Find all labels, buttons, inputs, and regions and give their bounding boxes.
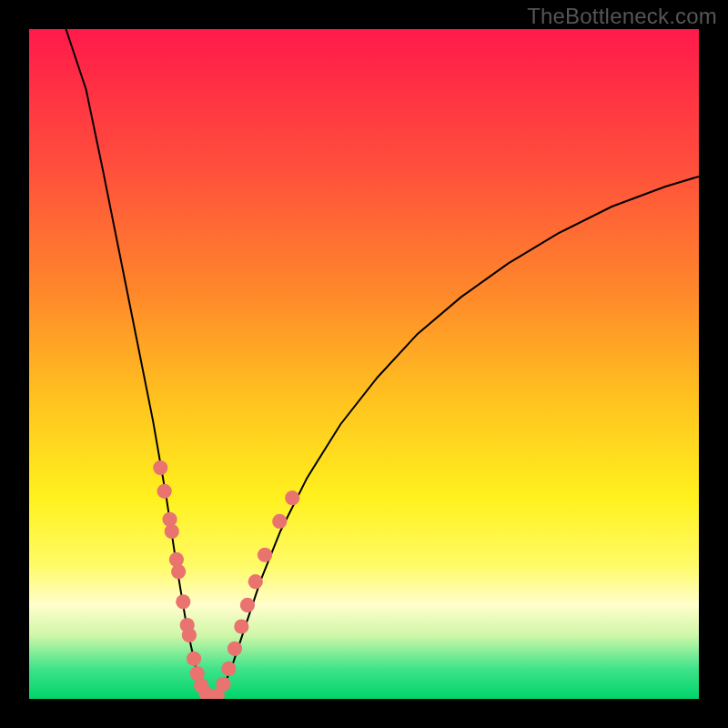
sample-dot bbox=[176, 594, 190, 609]
sample-dot bbox=[258, 548, 272, 562]
sample-dot bbox=[234, 619, 248, 633]
sample-dot bbox=[165, 524, 179, 539]
sample-dot bbox=[228, 642, 242, 656]
chart-svg bbox=[29, 29, 699, 699]
sample-dot bbox=[157, 484, 172, 499]
chart-stage: TheBottleneck.com bbox=[0, 0, 728, 728]
gradient-background bbox=[29, 29, 699, 699]
sample-dot bbox=[187, 652, 201, 666]
plot-area bbox=[29, 29, 699, 699]
sample-dot bbox=[153, 460, 167, 475]
watermark-text: TheBottleneck.com bbox=[527, 4, 717, 29]
sample-dot bbox=[248, 574, 263, 589]
sample-dot bbox=[182, 628, 197, 642]
sample-dot bbox=[171, 564, 186, 579]
sample-dot bbox=[240, 598, 255, 612]
sample-dot bbox=[221, 662, 236, 676]
sample-dot bbox=[216, 677, 230, 692]
sample-dot bbox=[285, 490, 299, 505]
sample-dot bbox=[272, 514, 287, 529]
